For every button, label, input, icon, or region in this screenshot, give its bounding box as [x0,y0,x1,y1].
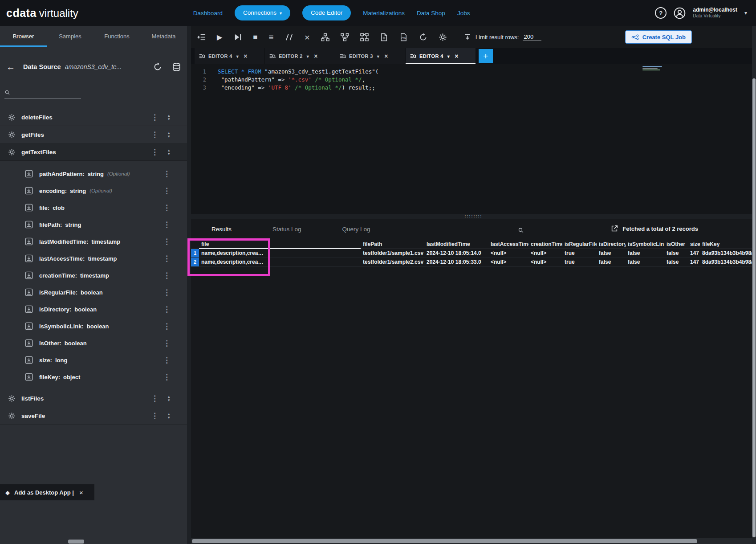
back-arrow-icon[interactable]: ← [6,62,15,72]
expand-collapse-icon[interactable]: ▴▾ [168,395,170,402]
parameter-row[interactable]: size: long ⋮ [0,352,187,368]
kebab-menu-icon[interactable]: ⋮ [163,288,171,297]
chevron-down-icon[interactable]: ▾ [377,54,379,59]
expand-collapse-icon[interactable]: ▴▾ [168,114,170,121]
nav-item[interactable]: Code Editor▾ [302,5,351,20]
kebab-menu-icon[interactable]: ⋮ [163,186,171,196]
parameter-row[interactable]: pathAndPattern: string (Optional) ⋮ [0,165,187,182]
table-row[interactable]: 1name,description,crea…testfolder1/sampl… [191,249,756,258]
kebab-menu-icon[interactable]: ⋮ [163,169,171,179]
data-lineage-icon[interactable] [360,33,369,41]
panel-resize-handle[interactable]: :::::::: [191,214,756,219]
sidebar-tab[interactable]: Samples [47,26,93,47]
close-icon[interactable]: × [244,53,248,60]
sql-code-editor[interactable]: 1SELECT * FROM "amazonS3_cdv_test1.getTe… [191,64,756,217]
user-info[interactable]: admin@localhost Data Virtuality [693,7,737,19]
nav-item[interactable]: Jobs▾ [457,10,470,16]
kebab-menu-icon[interactable]: ⋮ [163,203,171,213]
close-icon[interactable]: × [79,489,83,496]
column-header[interactable]: lastModifiedTime [424,240,488,249]
dependency-tree-icon[interactable] [341,33,349,41]
column-header[interactable]: fileKey [700,240,756,249]
parameter-row[interactable]: filePath: string ⋮ [0,216,187,233]
expand-collapse-icon[interactable]: ▴▾ [168,412,170,419]
column-header[interactable]: isRegularFile [562,240,597,249]
kebab-menu-icon[interactable]: ⋮ [163,237,171,246]
nav-item[interactable]: Connections▾ [235,5,290,20]
chevron-down-icon[interactable]: ▾ [447,54,450,59]
sync-schema-icon[interactable] [172,62,181,72]
parameter-row[interactable]: lastModifiedTime: timestamp ⋮ [0,233,187,250]
run-icon[interactable]: ▶ [217,33,222,41]
format-sql-icon[interactable]: ≡ [269,33,274,41]
help-icon[interactable]: ? [655,7,667,19]
new-document-icon[interactable] [380,33,388,41]
export-csv-icon[interactable] [399,33,408,41]
nav-item[interactable]: Dashboard▾ [193,10,223,16]
kebab-menu-icon[interactable]: ⋮ [151,411,159,421]
code-line[interactable]: 3 "encoding" => 'UTF-8' /* Optional */) … [191,84,756,92]
parameter-row[interactable]: isDirectory: boolean ⋮ [0,301,187,318]
column-header[interactable]: lastAccessTime [488,240,528,249]
table-row[interactable]: 2name,description,crea…testfolder1/sampl… [191,258,756,266]
code-line[interactable]: 1SELECT * FROM "amazonS3_cdv_test1.getTe… [191,68,756,76]
close-icon[interactable]: × [455,53,459,60]
kebab-menu-icon[interactable]: ⋮ [163,220,171,229]
results-tab[interactable]: Query Log [342,226,370,233]
run-selection-icon[interactable] [233,33,242,41]
column-header[interactable]: file [199,240,361,249]
parameter-row[interactable]: isOther: boolean ⋮ [0,335,187,352]
kebab-menu-icon[interactable]: ⋮ [151,113,159,122]
procedure-row[interactable]: saveFile ⋮ ▴▾ [0,407,187,425]
editor-tab[interactable]: EDITOR 4 ▾ × [195,48,265,64]
procedure-row[interactable]: listFiles ⋮ ▴▾ [0,390,187,407]
kebab-menu-icon[interactable]: ⋮ [163,339,171,348]
expand-collapse-icon[interactable]: ▴▾ [168,131,170,138]
parameter-row[interactable]: isSymbolicLink: boolean ⋮ [0,318,187,335]
sidebar-vscrollbar-track[interactable] [187,26,191,544]
kebab-menu-icon[interactable]: ⋮ [163,356,171,365]
editor-tab[interactable]: EDITOR 2 ▾ × [265,48,335,64]
parameter-row[interactable]: isRegularFile: boolean ⋮ [0,284,187,301]
refresh-icon[interactable] [419,33,427,41]
parameter-row[interactable]: creationTime: timestamp ⋮ [0,267,187,284]
clear-editor-icon[interactable]: × [305,33,310,41]
kebab-menu-icon[interactable]: ⋮ [163,322,171,331]
page-vscrollbar-track[interactable] [752,26,756,544]
kebab-menu-icon[interactable]: ⋮ [163,254,171,263]
sidebar-hscrollbar-thumb[interactable] [68,540,84,544]
close-icon[interactable]: × [314,53,318,60]
procedure-row[interactable]: getTextFiles ⋮ ▴▾ [0,143,187,161]
procedure-row[interactable]: deleteFiles ⋮ ▴▾ [0,109,187,126]
settings-gear-icon[interactable] [439,33,447,41]
parameter-row[interactable]: encoding: string (Optional) ⋮ [0,182,187,199]
results-tab[interactable]: Results [211,226,232,233]
procedure-row[interactable]: getFiles ⋮ ▴▾ [0,126,187,143]
code-line[interactable]: 2 "pathAndPattern" => '*.csv' /* Optiona… [191,76,756,84]
kebab-menu-icon[interactable]: ⋮ [151,394,159,403]
column-header[interactable]: isSymbolicLink [626,240,664,249]
column-header[interactable]: creationTime [528,240,562,249]
explain-plan-icon[interactable] [321,33,329,41]
nav-item[interactable]: Materializations▾ [363,10,405,16]
user-avatar-icon[interactable] [674,7,686,19]
kebab-menu-icon[interactable]: ⋮ [163,305,171,314]
stop-icon[interactable]: ■ [253,33,257,41]
sidebar-tab[interactable]: Browser [0,26,47,47]
results-search-input[interactable] [527,226,595,233]
kebab-menu-icon[interactable]: ⋮ [163,372,171,382]
column-header[interactable]: filePath [361,240,424,249]
create-sql-job-button[interactable]: Create SQL Job [625,30,692,44]
main-hscrollbar-track[interactable] [191,538,752,544]
results-tab[interactable]: Status Log [272,226,301,233]
limit-rows-input[interactable] [523,33,541,41]
editor-tab[interactable]: EDITOR 4 ▾ × [406,48,476,64]
editor-tab[interactable]: EDITOR 3 ▾ × [335,48,406,64]
open-in-new-icon[interactable] [610,225,618,233]
chevron-down-icon[interactable]: ▾ [236,54,239,59]
add-desktop-app-button[interactable]: ◆ Add as Desktop App | × [0,484,94,500]
sidebar-tab[interactable]: Metadata [140,26,187,47]
kebab-menu-icon[interactable]: ⋮ [151,130,159,139]
refresh-icon[interactable] [153,62,162,71]
main-hscrollbar-thumb[interactable] [192,539,697,543]
